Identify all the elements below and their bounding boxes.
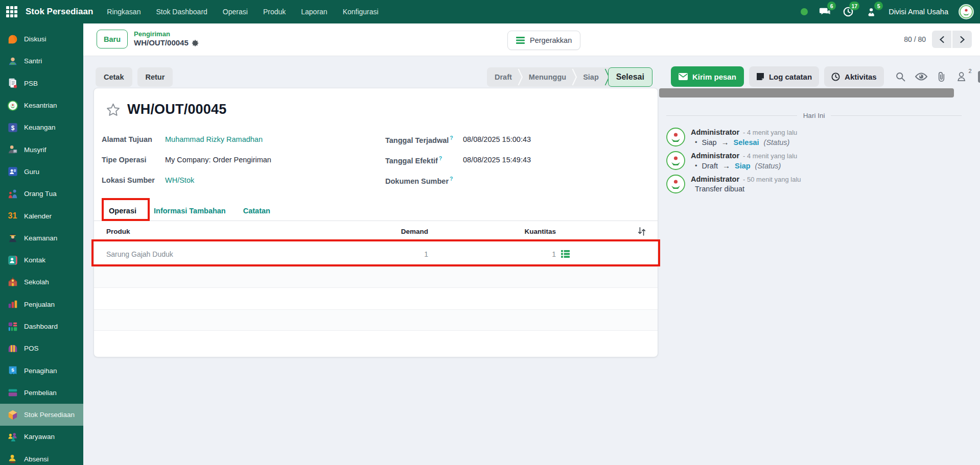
chatter-message: Administrator - 50 menit yang lalu Trans… <box>666 175 962 193</box>
activities-tray-button[interactable]: 17 <box>842 5 855 18</box>
status-link[interactable]: Selesai <box>734 138 759 146</box>
sidebar-item-kontak[interactable]: Kontak <box>0 249 83 271</box>
student-icon <box>7 55 18 67</box>
sidebar-item-karyawan[interactable]: Karyawan <box>0 426 83 448</box>
cell-demand[interactable]: 1 <box>367 250 428 258</box>
sidebar-item-penagihan[interactable]: $ Penagihan <box>0 359 83 381</box>
paperclip-icon <box>937 71 946 82</box>
partner-link[interactable]: Muhammad Rizky Ramadhan <box>165 135 263 143</box>
main-content: Baru Pengiriman WH/OUT/00045 Pergerakkan… <box>83 23 980 465</box>
arrow-right-icon: → <box>722 161 730 170</box>
sidebar-item-keamanan[interactable]: Keamanan <box>0 227 83 249</box>
sidebar-item-kalender[interactable]: 31 Kalender <box>0 205 83 227</box>
mentor-icon <box>7 144 18 156</box>
calendar-icon: 31 <box>7 210 18 222</box>
message-author[interactable]: Administrator <box>691 128 739 136</box>
user-avatar[interactable] <box>959 4 974 19</box>
sidebar-item-sekolah[interactable]: Sekolah <box>0 271 83 293</box>
dashboard-icon <box>7 321 18 332</box>
favorite-star-icon[interactable] <box>106 103 120 116</box>
sidebar-item-dashboard[interactable]: Dashboard <box>0 315 83 337</box>
status-step-selesai-active[interactable]: Selesai <box>608 67 652 87</box>
teacher-icon <box>7 166 18 178</box>
svg-text:$: $ <box>11 124 14 131</box>
sidebar-item-kesantrian[interactable]: Kesantrian <box>0 94 83 116</box>
menu-produk[interactable]: Produk <box>256 0 292 23</box>
status-link[interactable]: Siap <box>735 162 751 170</box>
attachments-button[interactable] <box>934 69 949 84</box>
send-message-button[interactable]: Kirim pesan <box>671 66 744 87</box>
new-button[interactable]: Baru <box>97 30 128 48</box>
print-button[interactable]: Cetak <box>96 67 132 87</box>
moves-button[interactable]: Pergerakkan <box>507 31 580 50</box>
empty-table-row <box>94 267 658 288</box>
optional-columns-icon[interactable] <box>637 227 646 236</box>
form-sheet: WH/OUT/00045 Alamat Tujuan Muhammad Rizk… <box>94 88 658 357</box>
detailed-operations-icon[interactable] <box>561 250 570 258</box>
pager-previous-button[interactable] <box>932 31 951 48</box>
tab-catatan[interactable]: Catatan <box>235 207 279 221</box>
menu-konfigurasi[interactable]: Konfigurasi <box>336 0 385 23</box>
cell-produk[interactable]: Sarung Gajah Duduk <box>106 250 367 258</box>
messages-tray-button[interactable]: 6 <box>818 5 831 18</box>
sidebar-item-penjualan[interactable]: Penjualan <box>0 293 83 315</box>
sidebar-item-santri[interactable]: Santri <box>0 50 83 72</box>
sidebar-item-absensi[interactable]: Absensi <box>0 448 83 465</box>
apps-menu-button[interactable] <box>0 0 24 23</box>
status-step-menunggu[interactable]: Menunggu <box>521 67 574 87</box>
sidebar-item-musyrif[interactable]: Musyrif <box>0 138 83 160</box>
menu-stok-dashboard[interactable]: Stok Dashboard <box>149 0 214 23</box>
search-icon <box>895 71 906 82</box>
column-produk[interactable]: Produk <box>106 228 367 235</box>
activity-button[interactable]: Aktivitas <box>824 66 884 87</box>
menu-ringkasan[interactable]: Ringkasan <box>100 0 147 23</box>
column-demand[interactable]: Demand <box>367 228 428 235</box>
sidebar-item-psb[interactable]: PSB <box>0 72 83 94</box>
help-marker: ? <box>439 155 442 161</box>
sidebar-item-pembelian[interactable]: Pembelian <box>0 382 83 404</box>
chatter-message: Administrator - 4 menit yang lalu • Draf… <box>666 151 962 170</box>
menu-laporan[interactable]: Laporan <box>294 0 334 23</box>
watchers-button[interactable] <box>914 69 929 84</box>
sidebar-item-keuangan[interactable]: $ Keuangan <box>0 116 83 138</box>
tab-operasi[interactable]: Operasi <box>100 207 145 221</box>
svg-text:$: $ <box>11 367 14 373</box>
app-sidebar: Diskusi Santri PSB Kesantrian $ Keuangan… <box>0 23 83 465</box>
requests-badge: 5 <box>874 2 883 10</box>
location-link[interactable]: WH/Stok <box>165 176 194 184</box>
settings-gear-icon[interactable] <box>192 39 199 47</box>
chatter-scrollbar[interactable] <box>659 88 954 97</box>
sales-chart-icon <box>7 299 18 310</box>
requests-tray-button[interactable]: $ 5 <box>865 5 878 18</box>
messages-badge: 6 <box>827 2 836 10</box>
date-divider: Hari Ini <box>666 110 962 120</box>
online-status-dot <box>801 8 808 15</box>
attendance-icon <box>7 453 18 465</box>
breadcrumb-parent-link[interactable]: Pengiriman <box>134 30 199 38</box>
status-step-draft[interactable]: Draft <box>487 67 520 87</box>
return-button[interactable]: Retur <box>137 67 173 87</box>
table-row[interactable]: Sarung Gajah Duduk 1 1 <box>94 241 658 267</box>
message-author[interactable]: Administrator <box>691 175 739 183</box>
sidebar-item-diskusi[interactable]: Diskusi <box>0 28 83 50</box>
column-kuantitas[interactable]: Kuantitas <box>428 228 556 235</box>
notebook-tabs: Operasi Informasi Tambahan Catatan <box>94 202 658 221</box>
top-navbar: Stok Persediaan Ringkasan Stok Dashboard… <box>0 0 980 23</box>
log-note-button[interactable]: Log catatan <box>749 66 819 87</box>
message-time: - 50 menit yang lalu <box>743 176 801 183</box>
sidebar-item-orang-tua[interactable]: Orang Tua <box>0 183 83 205</box>
pager-next-button[interactable] <box>952 31 972 48</box>
sidebar-item-stok-persediaan[interactable]: Stok Persediaan <box>0 404 83 426</box>
cell-kuantitas[interactable]: 1 <box>428 250 556 258</box>
search-message-button[interactable] <box>893 69 908 84</box>
tab-informasi-tambahan[interactable]: Informasi Tambahan <box>145 207 235 221</box>
followers-button[interactable]: 2 <box>954 69 970 84</box>
status-step-siap[interactable]: Siap <box>575 67 606 87</box>
sidebar-item-pos[interactable]: POS <box>0 337 83 359</box>
pos-shop-icon <box>7 342 18 354</box>
menu-operasi[interactable]: Operasi <box>216 0 254 23</box>
message-time: - 4 menit yang lalu <box>743 129 797 136</box>
sidebar-item-guru[interactable]: Guru <box>0 161 83 183</box>
message-author[interactable]: Administrator <box>691 152 739 160</box>
message-avatar-icon <box>666 151 685 170</box>
